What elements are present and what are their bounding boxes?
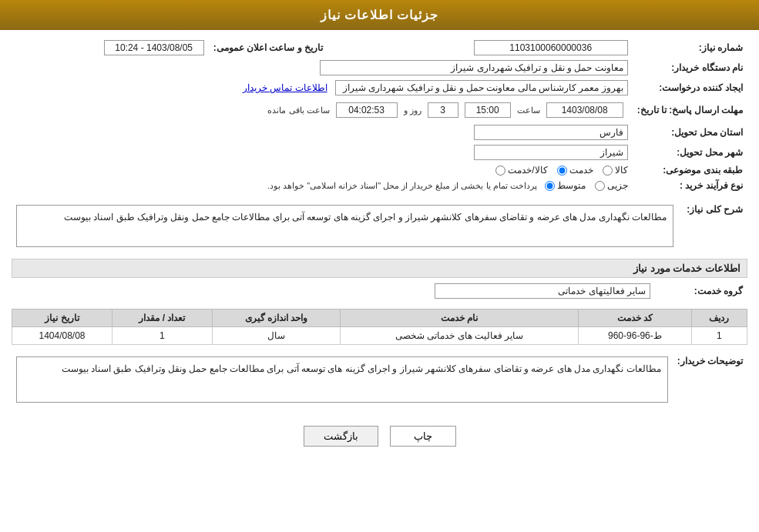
back-button[interactable]: بازگشت: [304, 426, 378, 447]
category-row: طبقه بندی موضوعی: کالا خدمت کالا/خدمت: [12, 162, 747, 178]
category-kala-label: کالا: [615, 165, 628, 176]
category-khedmat-radio[interactable]: [557, 166, 567, 176]
send-remaining-label: ساعت باقی مانده: [267, 105, 329, 115]
service-group-table: گروه خدمت: سایر فعالیتهای خدماتی: [12, 281, 747, 301]
process-options: جزیی متوسط پرداخت تمام یا بخشی از مبلغ خ…: [12, 178, 633, 193]
category-kala-khedmat-item: کالا/خدمت: [495, 165, 547, 176]
process-note: پرداخت تمام یا بخشی از مبلغ خریدار از مح…: [267, 181, 537, 191]
buyer-desc-label: توضیحات خریدار:: [673, 351, 747, 408]
service-group-value: سایر فعالیتهای خدماتی: [12, 281, 655, 301]
services-table-header: ردیف کد خدمت نام خدمت واحد اندازه گیری ت…: [12, 309, 747, 327]
service-group-label: گروه خدمت:: [655, 281, 747, 301]
need-number-row: شماره نیاز: 1103100060000036 تاریخ و ساع…: [12, 38, 747, 58]
need-number-label: شماره نیاز:: [633, 38, 747, 58]
service-unit-1: سال: [212, 327, 340, 345]
services-section-header: اطلاعات خدمات مورد نیاز: [12, 259, 747, 278]
city-value: شیراز: [12, 142, 633, 162]
col-row-num: ردیف: [691, 309, 747, 327]
send-deadline-label: مهلت ارسال پاسخ: تا تاریخ:: [633, 98, 747, 122]
general-desc-value: مطالعات نگهداری مدل های عرضه و تقاضای سف…: [12, 199, 678, 253]
service-group-box: سایر فعالیتهای خدماتی: [435, 283, 650, 299]
process-row: نوع فرآیند خرید : جزیی متوسط: [12, 178, 747, 193]
city-label: شهر محل تحویل:: [633, 142, 747, 162]
page-wrapper: جزئیات اطلاعات نیاز شماره نیاز: 11031000…: [0, 0, 759, 532]
send-remaining-box: 04:02:53: [336, 102, 398, 118]
col-service-name: نام خدمت: [341, 309, 579, 327]
table-row: 1 ط-96-96-960 سایر فعالیت های خدماتی شخص…: [12, 327, 747, 345]
send-deadline-value: 1403/08/08 ساعت 15:00 3 روز و 04:02:53 س…: [12, 98, 633, 122]
city-box: شیراز: [474, 145, 628, 160]
send-time-label: ساعت: [517, 105, 540, 115]
service-name-1: سایر فعالیت های خدماتی شخصی: [341, 327, 579, 345]
services-table-header-row: ردیف کد خدمت نام خدمت واحد اندازه گیری ت…: [12, 309, 747, 327]
general-desc-row: شرح کلی نیاز: مطالعات نگهداری مدل های عر…: [12, 199, 747, 253]
row-num-1: 1: [691, 327, 747, 345]
print-button[interactable]: چاپ: [390, 426, 456, 447]
creator-row: ایجاد کننده درخواست: بهروز معمر کارشناس …: [12, 78, 747, 98]
process-jozi-radio[interactable]: [595, 181, 605, 191]
buyer-desc-box: مطالعات نگهداری مدل های عرضه و تقاضای سف…: [16, 356, 668, 403]
send-date-box: 1403/08/08: [546, 102, 623, 118]
col-service-code: کد خدمت: [579, 309, 691, 327]
creator-label: ایجاد کننده درخواست:: [633, 78, 747, 98]
buyer-org-label: نام دستگاه خریدار:: [633, 58, 747, 78]
buyer-desc-value: مطالعات نگهداری مدل های عرضه و تقاضای سف…: [12, 351, 673, 408]
province-box: فارس: [474, 125, 628, 140]
process-mota-label: متوسط: [557, 180, 586, 191]
service-code-1: ط-96-96-960: [579, 327, 691, 345]
col-unit: واحد اندازه گیری: [212, 309, 340, 327]
announce-datetime-box: 1403/08/05 - 10:24: [104, 40, 204, 55]
province-label: استان محل تحویل:: [633, 122, 747, 142]
send-days-box: 3: [428, 102, 458, 118]
page-title: جزئیات اطلاعات نیاز: [321, 8, 439, 22]
category-label: طبقه بندی موضوعی:: [633, 162, 747, 178]
col-need-date: تاریخ نیاز: [12, 309, 113, 327]
process-mota-item: متوسط: [545, 180, 586, 191]
buyer-org-value: معاونت حمل و نقل و ترافیک شهرداری شیراز: [12, 58, 633, 78]
province-value: فارس: [12, 122, 633, 142]
process-mota-radio[interactable]: [545, 181, 555, 191]
need-number-value: 1103100060000036: [338, 38, 633, 58]
bottom-buttons: بازگشت چاپ: [12, 414, 747, 458]
need-number-box: 1103100060000036: [474, 40, 628, 55]
buyer-desc-table: توضیحات خریدار: مطالعات نگهداری مدل های …: [12, 351, 747, 408]
services-table: ردیف کد خدمت نام خدمت واحد اندازه گیری ت…: [12, 309, 747, 345]
send-deadline-row: مهلت ارسال پاسخ: تا تاریخ: 1403/08/08 سا…: [12, 98, 747, 122]
general-desc-label: شرح کلی نیاز:: [678, 199, 747, 253]
category-options: کالا خدمت کالا/خدمت: [12, 162, 633, 178]
general-desc-box: مطالعات نگهداری مدل های عرضه و تقاضای سف…: [16, 205, 673, 247]
announce-datetime-value: 1403/08/05 - 10:24: [12, 38, 209, 58]
category-khedmat-item: خدمت: [557, 165, 593, 176]
category-khedmat-label: خدمت: [569, 165, 593, 176]
process-label: نوع فرآیند خرید :: [633, 178, 747, 193]
category-kala-khedmat-radio[interactable]: [495, 166, 505, 176]
category-kala-khedmat-label: کالا/خدمت: [508, 165, 547, 176]
province-row: استان محل تحویل: فارس: [12, 122, 747, 142]
send-days-label: روز و: [404, 105, 421, 115]
category-kala-item: کالا: [603, 165, 628, 176]
service-group-row: گروه خدمت: سایر فعالیتهای خدماتی: [12, 281, 747, 301]
page-header: جزئیات اطلاعات نیاز: [0, 0, 759, 30]
service-date-1: 1404/08/08: [12, 327, 113, 345]
buyer-org-box: معاونت حمل و نقل و ترافیک شهرداری شیراز: [320, 60, 628, 75]
process-jozi-label: جزیی: [607, 180, 628, 191]
buyer-org-row: نام دستگاه خریدار: معاونت حمل و نقل و تر…: [12, 58, 747, 78]
city-row: شهر محل تحویل: شیراز: [12, 142, 747, 162]
creator-contact-link[interactable]: اطلاعات تماس خریدار: [243, 82, 327, 93]
main-info-table: شماره نیاز: 1103100060000036 تاریخ و ساع…: [12, 38, 747, 193]
category-kala-radio[interactable]: [603, 166, 613, 176]
col-quantity: تعداد / مقدار: [112, 309, 212, 327]
content-area: شماره نیاز: 1103100060000036 تاریخ و ساع…: [0, 30, 759, 466]
services-section: ردیف کد خدمت نام خدمت واحد اندازه گیری ت…: [12, 309, 747, 345]
send-time-box: 15:00: [465, 102, 511, 118]
general-desc-table: شرح کلی نیاز: مطالعات نگهداری مدل های عر…: [12, 199, 747, 253]
service-qty-1: 1: [112, 327, 212, 345]
process-jozi-item: جزیی: [595, 180, 628, 191]
creator-value: بهروز معمر کارشناس مالی معاونت حمل و نقل…: [12, 78, 633, 98]
creator-box: بهروز معمر کارشناس مالی معاونت حمل و نقل…: [335, 80, 628, 95]
buyer-desc-row: توضیحات خریدار: مطالعات نگهداری مدل های …: [12, 351, 747, 408]
services-table-body: 1 ط-96-96-960 سایر فعالیت های خدماتی شخص…: [12, 327, 747, 345]
announce-datetime-label: تاریخ و ساعت اعلان عمومی:: [209, 38, 338, 58]
